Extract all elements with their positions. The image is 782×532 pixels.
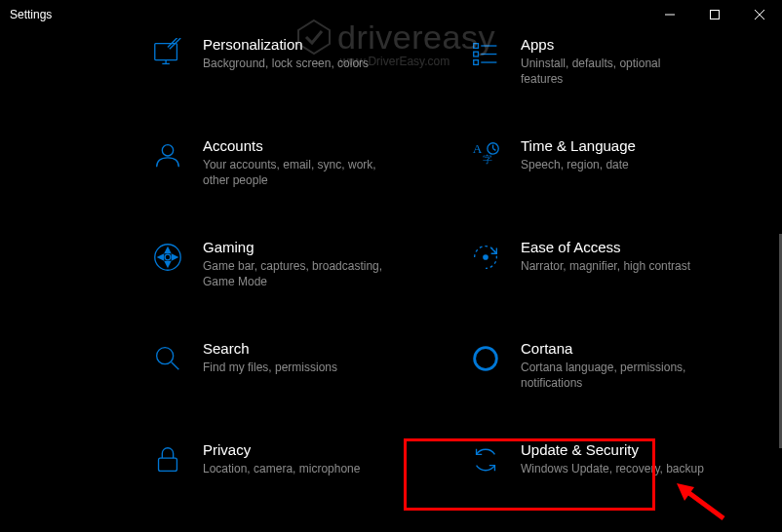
tile-title: Cortana (521, 339, 749, 359)
tile-title: Time & Language (521, 136, 749, 156)
svg-text:字: 字 (483, 154, 492, 165)
tile-desc: Location, camera, microphone (203, 461, 388, 476)
svg-point-24 (483, 254, 489, 260)
tile-ease-of-access[interactable]: Ease of Access Narrator, magnifier, high… (464, 232, 753, 323)
svg-rect-1 (711, 11, 720, 19)
tile-time-language[interactable]: A 字 Time & Language Speech, region, date (464, 131, 753, 222)
window-controls (647, 0, 782, 29)
maximize-icon (710, 10, 720, 19)
settings-grid: Personalization Background, lock screen,… (146, 29, 753, 522)
gaming-icon (150, 240, 185, 275)
svg-line-26 (172, 362, 179, 370)
tile-apps[interactable]: Apps Uninstall, defaults, optional featu… (464, 29, 753, 121)
svg-rect-10 (474, 44, 479, 49)
tile-title: Apps (521, 35, 749, 55)
accounts-icon (150, 138, 185, 173)
tile-title: Update & Security (521, 440, 749, 460)
svg-point-25 (157, 348, 174, 364)
tile-accounts[interactable]: Accounts Your accounts, email, sync, wor… (146, 131, 435, 222)
tile-desc: Cortana language, permissions, notificat… (521, 360, 706, 391)
svg-rect-12 (474, 52, 479, 57)
ease-of-access-icon (468, 240, 503, 275)
update-security-icon (468, 442, 503, 477)
tile-search[interactable]: Search Find my files, permissions (146, 333, 435, 425)
tile-title: Search (203, 339, 431, 359)
apps-icon (468, 37, 503, 72)
svg-line-21 (493, 148, 496, 150)
titlebar: Settings (0, 0, 782, 29)
tile-cortana[interactable]: Cortana Cortana language, permissions, n… (464, 333, 753, 425)
svg-point-27 (475, 348, 497, 370)
window-title: Settings (10, 8, 52, 21)
svg-rect-5 (155, 44, 177, 60)
close-button[interactable] (737, 0, 782, 29)
tile-title: Privacy (203, 440, 431, 460)
search-icon (150, 341, 185, 376)
time-language-icon: A 字 (468, 138, 503, 173)
tile-desc: Your accounts, email, sync, work, other … (203, 157, 388, 188)
tile-desc: Speech, region, date (521, 157, 706, 172)
svg-rect-28 (159, 458, 177, 471)
minimize-button[interactable] (647, 0, 692, 29)
personalization-icon (150, 37, 185, 72)
close-icon (755, 10, 764, 19)
tile-desc: Uninstall, defaults, optional features (521, 56, 706, 87)
tile-desc: Game bar, captures, broadcasting, Game M… (203, 258, 388, 289)
tile-desc: Background, lock screen, colors (203, 56, 388, 71)
tile-privacy[interactable]: Privacy Location, camera, microphone (146, 435, 435, 526)
svg-text:A: A (473, 141, 483, 156)
tile-title: Accounts (203, 136, 431, 156)
svg-point-23 (165, 254, 171, 260)
privacy-icon (150, 442, 185, 477)
tile-personalization[interactable]: Personalization Background, lock screen,… (146, 29, 435, 121)
tile-desc: Find my files, permissions (203, 360, 388, 375)
svg-rect-14 (474, 60, 479, 65)
svg-point-16 (162, 145, 173, 156)
tile-gaming[interactable]: Gaming Game bar, captures, broadcasting,… (146, 232, 435, 323)
tile-title: Personalization (203, 35, 431, 55)
tile-update-security[interactable]: Update & Security Windows Update, recove… (464, 435, 753, 526)
tile-desc: Narrator, magnifier, high contrast (521, 258, 706, 274)
minimize-icon (665, 10, 675, 19)
tile-title: Ease of Access (521, 238, 749, 257)
maximize-button[interactable] (692, 0, 737, 29)
tile-title: Gaming (203, 238, 431, 257)
tile-desc: Windows Update, recovery, backup (521, 461, 706, 476)
cortana-icon (468, 341, 503, 376)
